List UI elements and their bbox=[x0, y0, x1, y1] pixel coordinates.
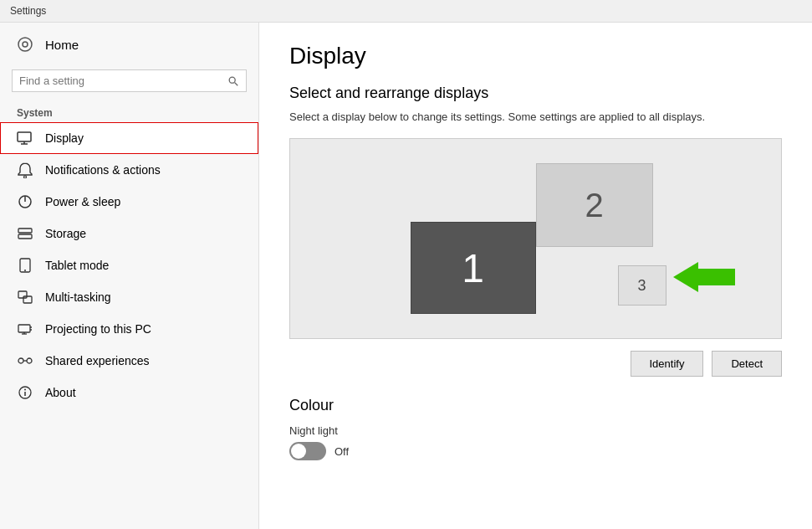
arrow-shaft bbox=[698, 269, 735, 285]
multitasking-icon bbox=[17, 289, 33, 306]
multitasking-label: Multi-tasking bbox=[45, 290, 111, 304]
sidebar-item-power[interactable]: Power & sleep bbox=[0, 186, 258, 218]
toggle-row: Off bbox=[289, 442, 782, 460]
home-label: Home bbox=[45, 38, 79, 52]
sidebar-item-tablet[interactable]: Tablet mode bbox=[0, 249, 258, 281]
green-arrow bbox=[673, 262, 735, 292]
app-container: Home System Display bbox=[0, 23, 812, 529]
svg-line-3 bbox=[235, 82, 238, 85]
search-icon bbox=[227, 75, 239, 87]
sidebar-item-shared[interactable]: Shared experiences bbox=[0, 345, 258, 377]
projecting-icon bbox=[17, 321, 33, 337]
shared-icon bbox=[17, 352, 33, 369]
about-icon bbox=[17, 384, 33, 401]
colour-heading: Colour bbox=[289, 397, 782, 414]
svg-point-1 bbox=[23, 42, 28, 47]
monitor-3-label: 3 bbox=[637, 277, 646, 295]
title-bar: Settings bbox=[0, 0, 812, 23]
night-light-toggle[interactable] bbox=[289, 442, 326, 460]
display-preview-area: 2 1 3 bbox=[289, 138, 782, 339]
night-light-label: Night light bbox=[289, 424, 782, 437]
power-label: Power & sleep bbox=[45, 195, 120, 208]
svg-rect-15 bbox=[23, 296, 32, 303]
display-icon bbox=[17, 130, 33, 146]
projecting-label: Projecting to this PC bbox=[45, 322, 151, 336]
identify-button[interactable]: Identify bbox=[631, 351, 704, 377]
tablet-label: Tablet mode bbox=[45, 259, 109, 272]
svg-point-0 bbox=[18, 38, 32, 51]
sidebar-item-display[interactable]: Display bbox=[0, 122, 258, 154]
svg-rect-4 bbox=[18, 132, 31, 141]
night-light-row: Night light Off bbox=[289, 424, 782, 460]
svg-rect-14 bbox=[18, 291, 27, 298]
power-icon bbox=[17, 193, 33, 210]
about-label: About bbox=[45, 386, 76, 399]
tablet-icon bbox=[17, 257, 33, 274]
monitor-1-label: 1 bbox=[462, 245, 484, 291]
sidebar: Home System Display bbox=[0, 23, 259, 529]
system-section-label: System bbox=[0, 100, 258, 122]
monitor-2[interactable]: 2 bbox=[536, 163, 653, 247]
monitor-2-label: 2 bbox=[585, 187, 603, 224]
sidebar-item-multitasking[interactable]: Multi-tasking bbox=[0, 281, 258, 313]
monitor-container: 2 1 3 bbox=[394, 163, 678, 314]
page-title: Display bbox=[289, 43, 782, 69]
storage-label: Storage bbox=[45, 227, 86, 240]
search-box[interactable] bbox=[12, 69, 247, 92]
shared-label: Shared experiences bbox=[45, 354, 150, 367]
svg-rect-16 bbox=[18, 325, 30, 332]
toggle-off-label: Off bbox=[335, 445, 349, 458]
notifications-icon bbox=[17, 162, 33, 178]
monitor-1[interactable]: 1 bbox=[411, 222, 536, 314]
svg-point-13 bbox=[24, 270, 26, 271]
sidebar-item-home[interactable]: Home bbox=[0, 23, 258, 66]
select-heading: Select and rearrange displays bbox=[289, 85, 782, 102]
notifications-label: Notifications & actions bbox=[45, 163, 161, 177]
svg-rect-11 bbox=[18, 234, 32, 239]
monitor-3[interactable]: 3 bbox=[618, 265, 666, 306]
toggle-knob bbox=[291, 444, 306, 459]
svg-rect-10 bbox=[18, 229, 32, 233]
sidebar-item-notifications[interactable]: Notifications & actions bbox=[0, 154, 258, 186]
sidebar-item-about[interactable]: About bbox=[0, 377, 258, 408]
search-input[interactable] bbox=[19, 74, 221, 87]
main-content: Display Select and rearrange displays Se… bbox=[259, 23, 812, 529]
select-description: Select a display below to change its set… bbox=[289, 110, 782, 123]
sidebar-item-storage[interactable]: Storage bbox=[0, 218, 258, 249]
detect-button[interactable]: Detect bbox=[712, 351, 782, 377]
sidebar-item-projecting[interactable]: Projecting to this PC bbox=[0, 313, 258, 345]
svg-point-21 bbox=[18, 358, 23, 363]
storage-icon bbox=[17, 225, 33, 242]
svg-point-7 bbox=[24, 176, 27, 178]
svg-point-2 bbox=[229, 77, 235, 83]
svg-point-22 bbox=[27, 358, 32, 363]
display-buttons: Identify Detect bbox=[289, 351, 782, 377]
svg-point-26 bbox=[24, 389, 26, 391]
home-icon bbox=[17, 36, 33, 53]
display-label: Display bbox=[45, 131, 84, 145]
title-bar-label: Settings bbox=[10, 5, 46, 17]
arrow-head bbox=[673, 262, 698, 292]
